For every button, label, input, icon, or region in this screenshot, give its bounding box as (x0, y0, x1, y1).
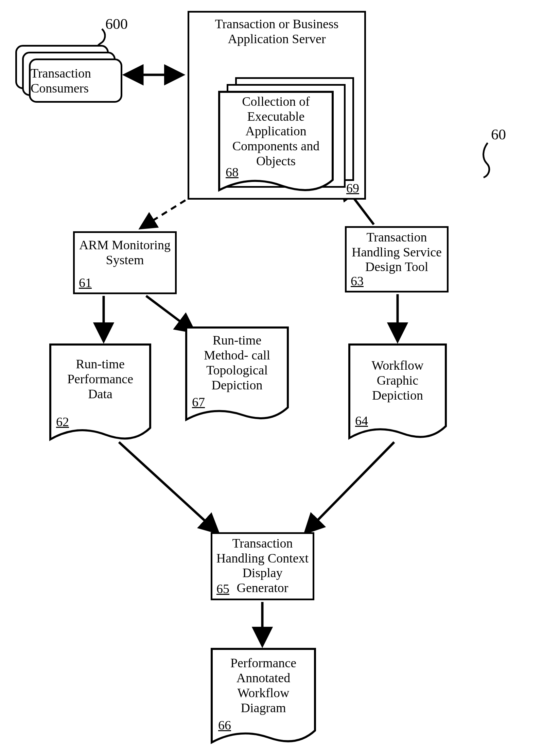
server-box: Transaction or Business Application Serv… (188, 11, 366, 200)
method-call-doc: Run-time Method- call Topological Depict… (185, 326, 289, 422)
arm-box: ARM Monitoring System 61 (73, 231, 177, 294)
perf-data-label: Run-time Performance Data (49, 343, 151, 401)
ref-600: 600 (105, 15, 128, 33)
consumers-label: Transaction Consumers (31, 66, 121, 96)
workflow-graphic-label: Workflow Graphic Depiction (348, 343, 447, 403)
context-gen-box: Transaction Handling Context Display Gen… (211, 532, 314, 600)
ref-67: 67 (192, 395, 205, 409)
design-tool-box: Transaction Handling Service Design Tool… (345, 226, 449, 292)
ref-61: 61 (79, 275, 92, 290)
workflow-graphic-doc: Workflow Graphic Depiction 64 (348, 343, 447, 440)
design-tool-label: Transaction Handling Service Design Tool (347, 228, 447, 274)
ref-69: 69 (346, 181, 359, 196)
consumers-card-front: Transaction Consumers (29, 58, 122, 103)
collection-front: Collection of Executable Application Com… (218, 91, 334, 193)
ref-65: 65 (216, 582, 229, 597)
svg-line-6 (119, 442, 217, 532)
server-title: Transaction or Business Application Serv… (189, 13, 364, 46)
ref-63: 63 (351, 274, 364, 289)
arm-label: ARM Monitoring System (75, 233, 175, 267)
perf-data-doc: Run-time Performance Data 62 (49, 343, 151, 442)
diagram-stage: 600 60 Transaction Consumers Transaction… (0, 0, 560, 755)
ref-60: 60 (491, 126, 506, 143)
ref-66: 66 (218, 718, 231, 733)
collection-label: Collection of Executable Application Com… (218, 91, 334, 168)
annotated-workflow-label: Performance Annotated Workflow Diagram (211, 648, 316, 715)
method-call-label: Run-time Method- call Topological Depict… (185, 326, 289, 392)
ref-64: 64 (355, 413, 368, 428)
ref-68: 68 (226, 165, 239, 180)
annotated-workflow-doc: Performance Annotated Workflow Diagram 6… (211, 648, 316, 745)
svg-line-7 (306, 442, 394, 532)
ref-62: 62 (56, 414, 69, 429)
